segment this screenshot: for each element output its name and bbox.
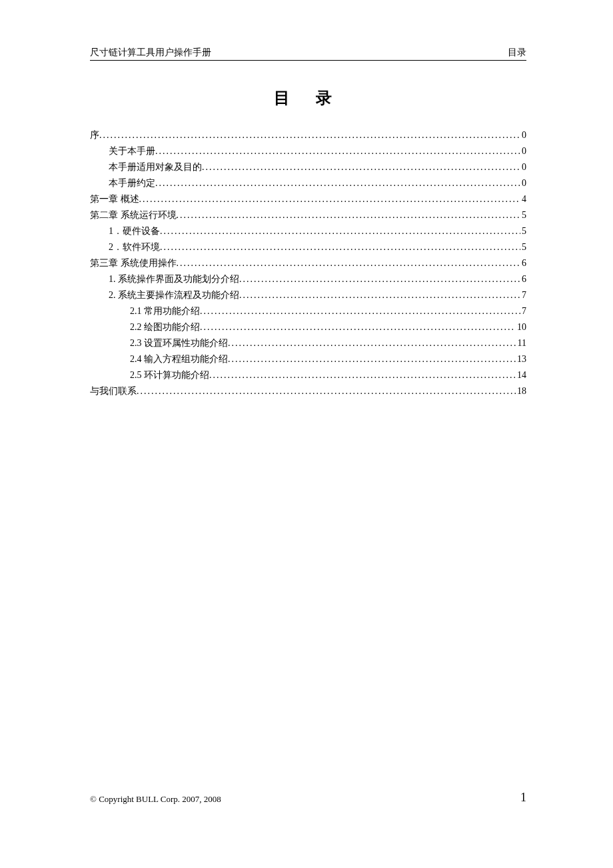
toc-entry[interactable]: 本手册适用对象及目的0 <box>90 159 526 175</box>
toc-leader-dots <box>228 351 516 367</box>
toc-entry-label: 2.3 设置环属性功能介绍 <box>130 335 228 351</box>
toc-entry-label: 1. 系统操作界面及功能划分介绍 <box>109 271 239 287</box>
toc-entry[interactable]: 2.1 常用功能介绍7 <box>90 303 526 319</box>
toc-entry-page: 6 <box>520 255 526 271</box>
toc-leader-dots <box>99 127 520 143</box>
toc-entry-page: 5 <box>520 223 526 239</box>
table-of-contents: 序0关于本手册0本手册适用对象及目的0本手册约定0第一章 概述4第二章 系统运行… <box>90 127 526 399</box>
toc-entry-page: 14 <box>516 367 526 383</box>
toc-leader-dots <box>202 159 520 175</box>
header-left-title: 尺寸链计算工具用户操作手册 <box>90 47 211 59</box>
toc-entry[interactable]: 2.5 环计算功能介绍14 <box>90 367 526 383</box>
toc-entry[interactable]: 2.2 绘图功能介绍10 <box>90 319 526 335</box>
toc-entry-label: 本手册约定 <box>109 175 155 191</box>
toc-entry-label: 1．硬件设备 <box>109 223 160 239</box>
toc-leader-dots <box>160 239 520 255</box>
toc-leader-dots <box>239 287 520 303</box>
toc-entry-label: 2.5 环计算功能介绍 <box>130 367 209 383</box>
toc-entry-label: 2.4 输入方程组功能介绍 <box>130 351 228 367</box>
toc-entry-page: 7 <box>520 303 526 319</box>
toc-entry[interactable]: 本手册约定0 <box>90 175 526 191</box>
toc-title: 目 录 <box>90 87 526 109</box>
toc-entry-page: 0 <box>520 175 526 191</box>
header-right-section: 目录 <box>508 47 526 59</box>
toc-entry-label: 第三章 系统使用操作 <box>90 255 177 271</box>
toc-leader-dots <box>137 383 516 399</box>
toc-entry-page: 13 <box>516 351 526 367</box>
page-footer: © Copyright BULL Corp. 2007, 2008 1 <box>90 791 526 805</box>
toc-entry-page: 5 <box>520 207 526 223</box>
toc-leader-dots <box>200 303 520 319</box>
toc-entry[interactable]: 第二章 系统运行环境5 <box>90 207 526 223</box>
toc-entry-label: 2.1 常用功能介绍 <box>130 303 200 319</box>
toc-entry-page: 4 <box>520 191 526 207</box>
toc-leader-dots <box>155 143 520 159</box>
toc-entry-page: 0 <box>520 127 526 143</box>
toc-entry-page: 7 <box>520 287 526 303</box>
toc-entry[interactable]: 第一章 概述4 <box>90 191 526 207</box>
toc-leader-dots <box>228 335 516 351</box>
toc-entry[interactable]: 2.3 设置环属性功能介绍11 <box>90 335 526 351</box>
toc-entry[interactable]: 2．软件环境5 <box>90 239 526 255</box>
toc-entry-page: 0 <box>520 143 526 159</box>
toc-entry-page: 18 <box>516 383 526 399</box>
toc-entry[interactable]: 序0 <box>90 127 526 143</box>
toc-entry-label: 第一章 概述 <box>90 191 139 207</box>
toc-leader-dots <box>239 271 520 287</box>
toc-entry[interactable]: 与我们联系18 <box>90 383 526 399</box>
toc-entry[interactable]: 2.4 输入方程组功能介绍13 <box>90 351 526 367</box>
toc-entry-label: 第二章 系统运行环境 <box>90 207 177 223</box>
page-header: 尺寸链计算工具用户操作手册 目录 <box>90 47 526 61</box>
toc-entry[interactable]: 1．硬件设备5 <box>90 223 526 239</box>
toc-entry-page: 0 <box>520 159 526 175</box>
toc-entry[interactable]: 2. 系统主要操作流程及功能介绍7 <box>90 287 526 303</box>
toc-entry-page: 10 <box>516 319 526 335</box>
toc-leader-dots <box>139 191 521 207</box>
toc-leader-dots <box>155 175 520 191</box>
toc-entry-label: 与我们联系 <box>90 383 137 399</box>
toc-entry-label: 序 <box>90 127 99 143</box>
document-page: 尺寸链计算工具用户操作手册 目录 目 录 序0关于本手册0本手册适用对象及目的0… <box>0 0 613 399</box>
toc-entry[interactable]: 1. 系统操作界面及功能划分介绍6 <box>90 271 526 287</box>
toc-entry-label: 关于本手册 <box>109 143 155 159</box>
toc-leader-dots <box>200 319 516 335</box>
toc-entry-page: 6 <box>520 271 526 287</box>
toc-entry-label: 2．软件环境 <box>109 239 160 255</box>
toc-entry[interactable]: 关于本手册0 <box>90 143 526 159</box>
toc-leader-dots <box>209 367 516 383</box>
page-number: 1 <box>520 791 526 805</box>
toc-entry-label: 2.2 绘图功能介绍 <box>130 319 200 335</box>
toc-entry-label: 本手册适用对象及目的 <box>109 159 202 175</box>
toc-entry-page: 11 <box>516 335 526 351</box>
toc-leader-dots <box>160 223 520 239</box>
toc-entry-page: 5 <box>520 239 526 255</box>
copyright-text: © Copyright BULL Corp. 2007, 2008 <box>90 794 221 805</box>
toc-entry-label: 2. 系统主要操作流程及功能介绍 <box>109 287 239 303</box>
toc-leader-dots <box>177 207 521 223</box>
toc-entry[interactable]: 第三章 系统使用操作6 <box>90 255 526 271</box>
toc-leader-dots <box>177 255 521 271</box>
